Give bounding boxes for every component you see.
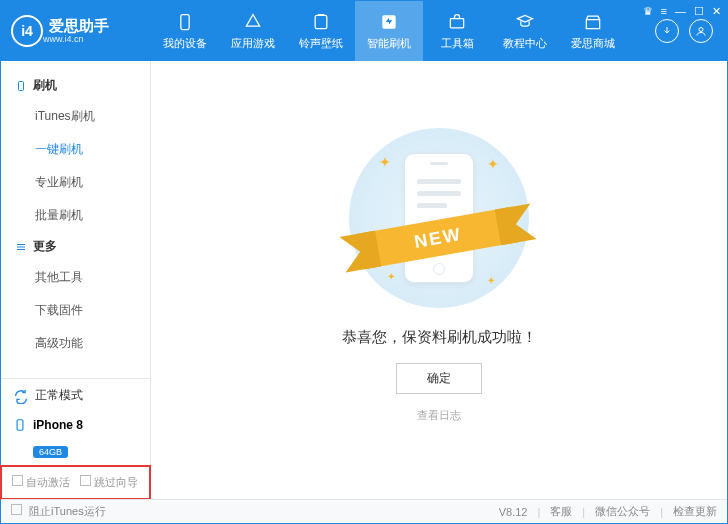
ok-button[interactable]: 确定 <box>396 363 482 394</box>
svg-rect-1 <box>315 15 327 28</box>
logo: i4 爱思助手 www.i4.cn <box>1 15 151 47</box>
nav-toolbox[interactable]: 工具箱 <box>423 1 491 61</box>
version-label: V8.12 <box>499 506 528 518</box>
sidebar-group-more: 更多 <box>1 232 150 261</box>
svg-point-4 <box>699 28 703 32</box>
phone-icon <box>13 416 27 434</box>
logo-icon: i4 <box>11 15 43 47</box>
download-button[interactable] <box>655 19 679 43</box>
sidebar-item-pro-flash[interactable]: 专业刷机 <box>1 166 150 199</box>
sidebar-item-advanced[interactable]: 高级功能 <box>1 327 150 360</box>
storage-badge: 64GB <box>33 446 68 458</box>
nav-my-device[interactable]: 我的设备 <box>151 1 219 61</box>
store-icon <box>583 12 603 32</box>
more-icon <box>15 241 27 253</box>
support-link[interactable]: 客服 <box>550 504 572 519</box>
device-icon <box>175 12 195 32</box>
nav-store[interactable]: 爱思商城 <box>559 1 627 61</box>
nav-tutorials[interactable]: 教程中心 <box>491 1 559 61</box>
sidebar-item-oneclick-flash[interactable]: 一键刷机 <box>1 133 150 166</box>
sparkle-icon: ✦ <box>487 156 499 172</box>
sidebar-item-other-tools[interactable]: 其他工具 <box>1 261 150 294</box>
check-update-link[interactable]: 检查更新 <box>673 504 717 519</box>
music-icon <box>311 12 331 32</box>
sidebar-item-download-fw[interactable]: 下载固件 <box>1 294 150 327</box>
close-icon[interactable]: ✕ <box>712 5 721 18</box>
success-illustration: ✦ ✦ ✦ ✦ NEW <box>349 128 529 308</box>
minimize-icon[interactable]: — <box>675 5 686 18</box>
toolbox-icon <box>447 12 467 32</box>
view-log-link[interactable]: 查看日志 <box>417 408 461 423</box>
refresh-icon <box>13 388 29 404</box>
nav-apps[interactable]: 应用游戏 <box>219 1 287 61</box>
sparkle-icon: ✦ <box>387 271 395 282</box>
svg-rect-3 <box>450 18 463 27</box>
skin-icon[interactable]: ♛ <box>643 5 653 18</box>
svg-rect-9 <box>17 420 23 431</box>
flash-options-highlighted: 自动激活 跳过向导 <box>0 465 151 500</box>
nav-ringtones[interactable]: 铃声壁纸 <box>287 1 355 61</box>
wechat-link[interactable]: 微信公众号 <box>595 504 650 519</box>
device-mode[interactable]: 正常模式 <box>1 379 150 412</box>
svg-rect-0 <box>181 14 189 29</box>
sidebar-item-batch-flash[interactable]: 批量刷机 <box>1 199 150 232</box>
app-title: 爱思助手 <box>49 18 109 35</box>
nav-flash[interactable]: 智能刷机 <box>355 1 423 61</box>
main-content: ✦ ✦ ✦ ✦ NEW 恭喜您，保资料刷机成功啦！ 确定 查看日志 <box>151 61 727 499</box>
success-message: 恭喜您，保资料刷机成功啦！ <box>342 328 537 347</box>
device-name: iPhone 8 <box>33 418 83 432</box>
app-subtitle: www.i4.cn <box>43 34 109 44</box>
flash-icon <box>379 12 399 32</box>
apps-icon <box>243 12 263 32</box>
skip-guide-checkbox[interactable]: 跳过向导 <box>80 475 138 490</box>
auto-activate-checkbox[interactable]: 自动激活 <box>12 475 70 490</box>
svg-rect-5 <box>19 81 24 90</box>
maximize-icon[interactable]: ☐ <box>694 5 704 18</box>
sparkle-icon: ✦ <box>487 275 495 286</box>
sidebar-item-itunes-flash[interactable]: iTunes刷机 <box>1 100 150 133</box>
user-button[interactable] <box>689 19 713 43</box>
tutorial-icon <box>515 12 535 32</box>
device-info[interactable]: iPhone 8 <box>1 412 150 444</box>
block-itunes-checkbox[interactable]: 阻止iTunes运行 <box>11 504 106 519</box>
sidebar-group-flash: 刷机 <box>1 71 150 100</box>
menu-icon[interactable]: ≡ <box>661 5 667 18</box>
phone-icon <box>15 80 27 92</box>
sparkle-icon: ✦ <box>379 154 391 170</box>
